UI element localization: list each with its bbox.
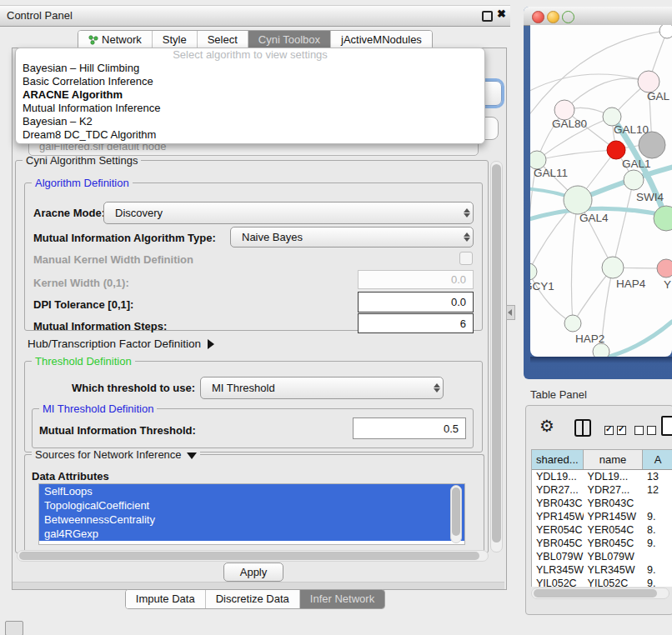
table-cell: YBR043C [584, 497, 643, 510]
algorithm-option-mutual-information-inference[interactable]: Mutual Information Inference [16, 102, 484, 115]
algorithm-option-dream8-dc-tdc-algorithm[interactable]: Dream8 DC_TDC Algorithm [16, 128, 484, 142]
table-cell: 8. [643, 523, 672, 537]
close-traffic-light-icon[interactable] [532, 11, 544, 23]
close-icon[interactable]: ✖ [497, 8, 506, 20]
attribute-item-selfloops[interactable]: SelfLoops [39, 484, 464, 498]
split-columns-icon[interactable] [574, 419, 591, 437]
table-cell: 9. [643, 563, 672, 577]
network-edge[interactable] [571, 200, 578, 323]
table-cell: YPR145W [584, 510, 643, 523]
deselect-all-checks-icon[interactable] [634, 423, 659, 438]
mi-steps-input[interactable] [358, 313, 474, 333]
network-edge[interactable] [613, 180, 634, 268]
minimized-panel-icon[interactable] [5, 621, 23, 635]
table-row[interactable]: YBL079WYBL079W [532, 550, 672, 563]
column-header-shared...[interactable]: shared... [532, 450, 584, 469]
table-horizontal-scrollbar[interactable] [531, 588, 669, 599]
table-header-row: shared...nameA [532, 450, 672, 470]
gear-icon[interactable]: ⚙︎ [539, 416, 554, 436]
column-header-name[interactable]: name [584, 450, 644, 469]
node-salmon-right[interactable] [657, 259, 672, 278]
network-view-window: GALGAL80GAL10GAL1GAL11SWI4GAL4GCY1HAP4YH… [524, 7, 672, 379]
algorithm-option-aracne-algorithm[interactable]: ARACNE Algorithm [16, 88, 484, 102]
tab-network[interactable]: Network [78, 31, 153, 49]
mi-threshold-title: MI Threshold Definition [39, 402, 157, 415]
network-graph[interactable]: GALGAL80GAL10GAL1GAL11SWI4GAL4GCY1HAP4YH… [530, 25, 672, 357]
table-row[interactable]: YDL19...YDL19...13 [532, 470, 672, 483]
table-cell: 13 [643, 470, 672, 483]
apply-button[interactable]: Apply [223, 562, 283, 582]
dpi-tolerance-label: DPI Tolerance [0,1]: [33, 298, 133, 311]
attribute-item-topologicalcoefficient[interactable]: TopologicalCoefficient [39, 498, 464, 512]
attributes-scrollbar[interactable] [450, 485, 462, 543]
split-pane-collapse-handle[interactable] [506, 305, 515, 320]
float-window-icon[interactable] [482, 11, 493, 22]
table-cell: YPR145W [532, 510, 584, 523]
table-row[interactable]: YDR27...YDR27...12 [532, 483, 672, 497]
algorithm-option-bayesian-k2[interactable]: Bayesian – K2 [16, 115, 484, 128]
node-top-cut[interactable] [659, 25, 672, 38]
mi-threshold-input[interactable] [353, 418, 466, 439]
table-body: YDL19...YDL19...13YDR27...YDR27...12YBR0… [532, 470, 672, 587]
attribute-item-betweennesscentrality[interactable]: BetweennessCentrality [39, 512, 464, 527]
node-gal1[interactable] [607, 141, 625, 159]
tab-select[interactable]: Select [198, 31, 248, 49]
table-row[interactable]: YBR043CYBR043C [532, 497, 672, 510]
node-hap4[interactable] [602, 257, 624, 278]
node-bottom-cut[interactable] [593, 343, 609, 357]
table-cell: YER054C [584, 523, 643, 537]
dpi-tolerance-input[interactable] [358, 292, 474, 312]
aracne-mode-combo[interactable]: Discovery [103, 202, 474, 224]
node-label-gcy1: GCY1 [530, 280, 554, 292]
kernel-width-label: Kernel Width (0,1): [33, 277, 129, 289]
table-row[interactable]: YER054CYER054C8. [532, 523, 672, 537]
node-green-right[interactable] [654, 206, 672, 231]
network-canvas[interactable]: GALGAL80GAL10GAL1GAL11SWI4GAL4GCY1HAP4YH… [530, 25, 672, 357]
algorithm-option-bayesian-hill-climbing[interactable]: Bayesian – Hill Climbing [16, 62, 484, 75]
stepper-icon [431, 383, 443, 392]
cyni-algorithm-settings-group: Cyni Algorithm Settings Algorithm Defini… [15, 160, 489, 553]
zoom-traffic-light-icon[interactable] [562, 11, 574, 23]
table-cell: 9. [643, 537, 672, 550]
node-swi4[interactable] [624, 170, 644, 190]
network-window-titlebar[interactable] [524, 7, 672, 26]
table-row[interactable]: YLR345WYLR345W9. [532, 563, 672, 577]
chevron-right-icon [208, 339, 214, 349]
which-threshold-combo[interactable]: MI Threshold [200, 377, 444, 399]
select-all-checks-icon[interactable] [604, 423, 629, 438]
network-icon [88, 35, 98, 45]
hub-definition-toggle[interactable]: Hub/Transcription Factor Definition [28, 338, 214, 350]
table-row[interactable]: YIL052CYIL052C9. [532, 577, 672, 587]
settings-vertical-scrollbar[interactable] [490, 161, 503, 552]
sources-title[interactable]: Sources for Network Inference [32, 448, 200, 461]
kernel-width-input[interactable] [358, 270, 474, 289]
algorithm-definition-group: Algorithm Definition Aracne Mode: Discov… [24, 182, 483, 331]
algorithm-option-basic-correlation-inference[interactable]: Basic Correlation Inference [16, 75, 484, 88]
table-row[interactable]: YPR145WYPR145W9. [532, 510, 672, 523]
attribute-item-gal4rgexp[interactable]: gal4RGexp [39, 527, 464, 541]
new-table-icon[interactable] [661, 416, 672, 436]
table-cell: YLR345W [584, 563, 643, 577]
mi-type-combo[interactable]: Naive Bayes [230, 227, 474, 248]
popup-item-list: Bayesian – Hill ClimbingBasic Correlatio… [16, 62, 484, 142]
minimize-traffic-light-icon[interactable] [547, 11, 559, 23]
tab-jactivemnodules[interactable]: jActiveMNodules [331, 31, 432, 49]
node-hap2[interactable] [564, 315, 581, 332]
table-panel-title: Table Panel [530, 388, 587, 401]
manual-kernel-checkbox[interactable] [459, 252, 473, 265]
tab-cyni-toolbox[interactable]: Cyni Toolbox [248, 31, 331, 49]
network-edge[interactable] [564, 78, 649, 110]
tab-discretize-data[interactable]: Discretize Data [206, 590, 300, 608]
settings-horizontal-scrollbar[interactable] [17, 550, 489, 562]
tab-style[interactable]: Style [153, 31, 198, 49]
tab-impute-data[interactable]: Impute Data [126, 590, 206, 608]
node-gal4[interactable] [564, 186, 592, 214]
node-label-gal11: GAL11 [534, 167, 568, 179]
column-header-A[interactable]: A [643, 450, 672, 469]
node-label-gal1: GAL1 [622, 158, 651, 170]
node-gcy1[interactable] [530, 263, 537, 280]
table-cell: YBR045C [532, 537, 584, 550]
table-toolbar: ⚙︎ [526, 411, 672, 444]
table-row[interactable]: YBR045CYBR045C9. [532, 537, 672, 550]
tab-infer-network[interactable]: Infer Network [300, 590, 384, 608]
